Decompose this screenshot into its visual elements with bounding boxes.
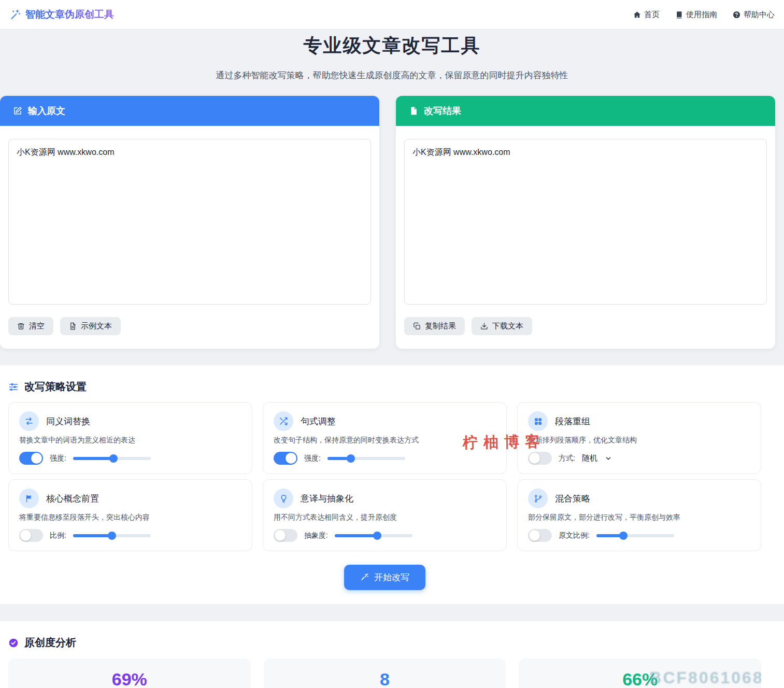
input-panel-body: 小K资源网 www.xkwo.com 清空 示例文本 (0, 126, 379, 349)
start-button-label: 开始改写 (374, 571, 409, 583)
control-label: 抽象度: (304, 531, 328, 540)
sliders-icon (8, 382, 19, 392)
hybrid-toggle[interactable] (528, 529, 552, 542)
shuffle-icon (274, 411, 293, 431)
sample-text-button[interactable]: 示例文本 (60, 317, 121, 335)
stat-card-originality: 69% 预估原创度 (8, 658, 251, 688)
magic-wand-icon (9, 9, 21, 20)
copy-button-label: 复制结果 (425, 321, 456, 331)
result-textarea[interactable]: 小K资源网 www.xkwo.com (404, 139, 767, 305)
stat-card-modified-ratio: 66% 修改比例 BCF80610686B BCF80610686B (519, 658, 761, 688)
control-label: 强度: (50, 454, 66, 463)
nav-home[interactable]: 首页 (633, 10, 660, 20)
synonym-toggle[interactable] (19, 452, 43, 465)
chevron-down-icon (605, 455, 612, 462)
clear-button[interactable]: 清空 (8, 317, 53, 335)
input-panel: 输入原文 小K资源网 www.xkwo.com 清空 示例文本 (0, 96, 379, 349)
strategy-card-hybrid: 混合策略 部分保留原文，部分进行改写，平衡原创与效率 原文比例: (517, 479, 761, 551)
wordcount-value: 8 (264, 669, 506, 688)
sample-button-label: 示例文本 (81, 321, 112, 331)
card-title: 句式调整 (301, 415, 336, 427)
strategy-card-core-concept: 核心概念前置 将重要信息移至段落开头，突出核心内容 比例: (8, 479, 252, 551)
slider-thumb[interactable] (108, 532, 116, 540)
slider-thumb[interactable] (373, 532, 381, 540)
slider-thumb[interactable] (109, 454, 118, 463)
result-panel: 改写结果 小K资源网 www.xkwo.com 复制结果 下载文本 (396, 96, 775, 349)
control-label: 强度: (304, 454, 321, 463)
file-text-icon (69, 322, 77, 330)
input-panel-title: 输入原文 (28, 105, 65, 117)
navbar: 智能文章伪原创工具 首页 使用指南 帮助中心 (0, 0, 784, 30)
stat-card-wordcount: 8 总字数 (264, 658, 506, 688)
clear-button-label: 清空 (29, 321, 45, 331)
result-panel-title: 改写结果 (424, 105, 461, 117)
copy-result-button[interactable]: 复制结果 (404, 317, 465, 335)
core-ratio-slider[interactable] (73, 534, 151, 537)
strategy-section: 改写策略设置 同义词替换 替换文章中的词语为意义相近的表达 强度: (0, 365, 784, 604)
control-label: 原文比例: (559, 531, 590, 540)
flag-icon (19, 489, 39, 508)
input-actions: 清空 示例文本 (8, 317, 371, 335)
edit-icon (13, 106, 22, 116)
page-title: 专业级文章改写工具 (0, 33, 784, 59)
core-concept-toggle[interactable] (19, 529, 43, 542)
copy-icon (413, 322, 421, 330)
nav-guide[interactable]: 使用指南 (675, 10, 717, 20)
hero: 专业级文章改写工具 通过多种智能改写策略，帮助您快速生成原创度高的文章，保留原意… (0, 30, 784, 96)
app-logo[interactable]: 智能文章伪原创工具 (9, 8, 114, 21)
help-icon (733, 11, 740, 19)
download-button-label: 下载文本 (492, 321, 523, 331)
slider-thumb[interactable] (347, 454, 355, 463)
strategy-card-synonym: 同义词替换 替换文章中的词语为意义相近的表达 强度: (8, 402, 252, 474)
control-label: 比例: (50, 531, 66, 540)
download-text-button[interactable]: 下载文本 (472, 317, 532, 335)
nav-home-label: 首页 (644, 10, 660, 20)
stats-grid: 69% 预估原创度 8 总字数 66% 修改比例 BCF80610686B BC… (8, 658, 761, 688)
synonym-strength-slider[interactable] (73, 457, 151, 460)
check-circle-icon (8, 638, 19, 648)
card-title: 段落重组 (555, 415, 590, 427)
lightbulb-icon (274, 489, 293, 508)
sentence-toggle[interactable] (274, 452, 297, 465)
card-desc: 部分保留原文，部分进行改写，平衡原创与效率 (528, 513, 750, 522)
analysis-section-title: 原创度分析 (24, 636, 76, 650)
slider-thumb[interactable] (619, 532, 628, 540)
book-icon (675, 11, 683, 19)
paraphrase-toggle[interactable] (274, 529, 297, 542)
reorder-mode-value: 随机 (582, 453, 597, 463)
strategy-cards-grid: 同义词替换 替换文章中的词语为意义相近的表达 强度: 句式调整 改变句子结构，保… (8, 402, 761, 551)
editor-panels: 输入原文 小K资源网 www.xkwo.com 清空 示例文本 (0, 96, 784, 349)
abstraction-slider[interactable] (335, 534, 412, 537)
analysis-section: 原创度分析 69% 预估原创度 8 总字数 66% 修改比例 BCF806106… (0, 621, 784, 688)
app-title: 智能文章伪原创工具 (25, 8, 114, 21)
card-desc: 改变句子结构，保持原意的同时变换表达方式 (274, 436, 496, 445)
input-panel-header: 输入原文 (0, 96, 379, 126)
home-icon (633, 11, 641, 19)
source-textarea[interactable]: 小K资源网 www.xkwo.com (8, 139, 371, 305)
strategy-card-sentence: 句式调整 改变句子结构，保持原意的同时变换表达方式 强度: (263, 402, 507, 474)
card-title: 同义词替换 (46, 415, 90, 427)
start-rewrite-button[interactable]: 开始改写 (344, 565, 425, 590)
card-title: 混合策略 (555, 493, 590, 505)
card-title: 核心概念前置 (46, 493, 99, 505)
paragraph-toggle[interactable] (528, 452, 552, 465)
result-actions: 复制结果 下载文本 (404, 317, 767, 335)
sentence-strength-slider[interactable] (327, 457, 405, 460)
page-subtitle: 通过多种智能改写策略，帮助您快速生成原创度高的文章，保留原意的同时提升内容独特性 (0, 69, 784, 81)
original-ratio-slider[interactable] (596, 534, 674, 537)
result-panel-body: 小K资源网 www.xkwo.com 复制结果 下载文本 (396, 126, 775, 349)
nav-guide-label: 使用指南 (686, 10, 717, 20)
wand-icon (360, 573, 369, 582)
download-icon (480, 322, 488, 330)
strategy-section-header: 改写策略设置 (8, 380, 761, 394)
card-desc: 将重要信息移至段落开头，突出核心内容 (19, 513, 241, 522)
branch-icon (528, 489, 548, 508)
nav-help[interactable]: 帮助中心 (733, 10, 775, 20)
nav-links: 首页 使用指南 帮助中心 (633, 10, 775, 20)
file-icon (409, 106, 418, 116)
strategy-card-paragraph: 段落重组 重新排列段落顺序，优化文章结构 方式: 随机 (517, 402, 761, 474)
exchange-icon (19, 411, 39, 431)
strategy-section-title: 改写策略设置 (24, 380, 87, 394)
reorder-mode-select[interactable]: 随机 (582, 453, 612, 463)
nav-help-label: 帮助中心 (744, 10, 775, 20)
